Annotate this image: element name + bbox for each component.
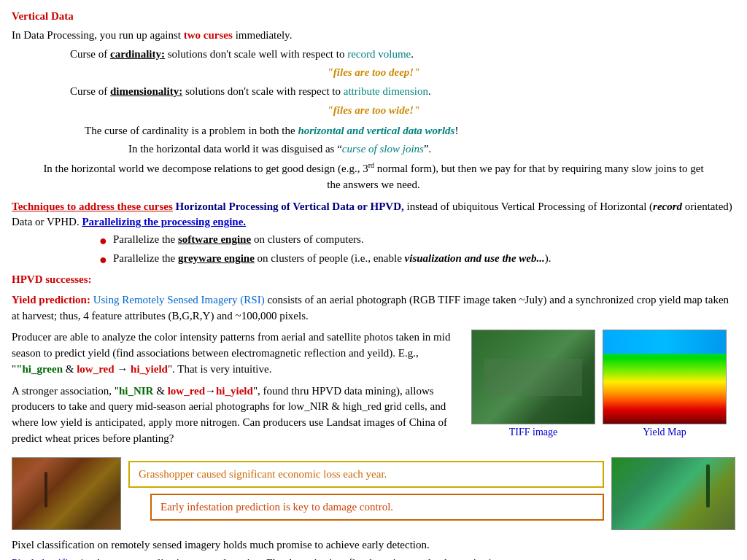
yield-heading-para: Yield prediction: Using Remotely Sensed … — [12, 292, 735, 324]
horizontal-world-para: In the horizontal world we decompose rel… — [41, 160, 706, 193]
bullet-item-2: ● Parallelize the greyware engine on clu… — [99, 252, 735, 268]
yield-map-block: Yield Map — [603, 330, 727, 438]
yield-text-para1: Producer are able to analyze the color i… — [12, 330, 464, 377]
curse-cardinality-para: The curse of cardinality is a problem in… — [85, 123, 735, 139]
pixel-para-2: Pixel classification has many applicatio… — [12, 556, 735, 560]
grasshopper-right-image — [611, 457, 735, 530]
notice-box-1: Grasshopper caused significant economic … — [128, 461, 604, 488]
bullet-list: ● Parallelize the software engine on clu… — [99, 233, 735, 268]
intro-paragraph: In Data Processing, you run up against t… — [12, 28, 735, 44]
yield-section: Producer are able to analyze the color i… — [12, 330, 735, 449]
cardinality-line: Curse of cardinality: solutions don't sc… — [70, 47, 735, 63]
dimensionality-line: Curse of dimensionality: solutions don't… — [70, 84, 735, 100]
notice-box-2: Early infestation prediction is key to d… — [150, 494, 604, 521]
notice-boxes: Grasshopper caused significant economic … — [128, 457, 604, 521]
files-wide: "files are too wide!" — [12, 103, 735, 119]
horizontal-disguise: In the horizontal data world it was disg… — [128, 141, 735, 158]
grasshopper-section: Grasshopper caused significant economic … — [12, 457, 735, 530]
page-title: Vertical Data — [12, 9, 735, 25]
files-deep: "files are too deep!" — [12, 65, 735, 81]
yield-text-para2: A stronger association, "hi_NIR & low_re… — [12, 384, 464, 447]
tiff-image — [471, 330, 595, 424]
grasshopper-left-image — [12, 457, 121, 530]
techniques-para: Techniques to address these curses Horiz… — [12, 199, 735, 231]
bullet-item-1: ● Parallelize the software engine on clu… — [99, 233, 735, 249]
yield-images-block: TIFF image Yield Map — [471, 330, 727, 449]
pixel-para-1: Pixel classification on remotely sensed … — [12, 537, 735, 553]
yield-map-image — [603, 330, 727, 424]
tiff-image-block: TIFF image — [471, 330, 595, 438]
yield-text-block: Producer are able to analyze the color i… — [12, 330, 464, 449]
bottom-section: Pixel classification on remotely sensed … — [12, 537, 735, 560]
hpvd-heading: HPVD successes: — [12, 272, 735, 288]
